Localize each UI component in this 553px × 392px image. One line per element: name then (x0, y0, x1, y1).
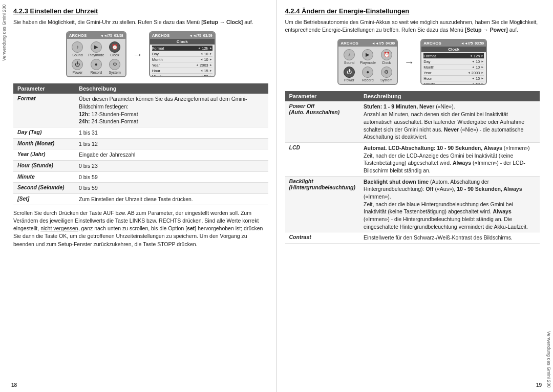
right-device2: ARCHOS ◄◄/75 03:59 Clock Format ◄12h► Da… (420, 39, 487, 85)
table-row: Minute 0 bis 59 (13, 171, 268, 183)
dev-icon-clock-r: ⏰ Clock (378, 49, 395, 64)
param-month: Month (Monat) (13, 138, 75, 149)
right-clock-title: Clock (421, 47, 486, 52)
desc-backlight: Backlight shut down time (Autom. Abschal… (359, 176, 540, 232)
left-intro: Sie haben die Möglichkeit, die Gmini-Uhr… (13, 18, 268, 26)
right-table: Parameter Beschreibung Power Off(Auto. A… (285, 91, 540, 244)
right-clock-row-minute: Minute ◄59► (423, 81, 484, 85)
desc-second: 0 bis 59 (75, 183, 268, 194)
desc-minute: 0 bis 59 (75, 171, 268, 183)
table-row: Month (Monat) 1 bis 12 (13, 138, 268, 149)
sidebar-left-text: Verwendung des Gmini 200 (2, 4, 7, 61)
table-row: Power Off(Auto. Ausschalten) Stufen: 1 -… (285, 101, 540, 142)
dev-icon-playmode-r: ▶ Playmode (359, 49, 376, 64)
dev-icon-record-r: ● Record (359, 66, 376, 82)
sidebar-right: Verwendung des Gmini 200 (545, 0, 553, 392)
dev-icon-record: ● Record (88, 58, 104, 74)
desc-lcd: Automat. LCD-Abschaltung: 10 - 90 Sekund… (359, 142, 540, 176)
table-row: Year (Jahr) Eingabe der Jahreszahl (13, 149, 268, 161)
desc-format: Über diesen Parameter können Sie das Anz… (75, 94, 268, 127)
left-device1-topbar: ARCHOS ◄◄/75 03:58 (67, 32, 125, 39)
param-contrast: Contrast (285, 232, 360, 244)
param-poweroff: Power Off(Auto. Ausschalten) (285, 101, 360, 142)
left-device1-body: ♪ Sound ▶ Playmode ⏰ Clock ⏻ (67, 39, 125, 76)
desc-poweroff: Stufen: 1 - 9 Minuten, Never («Nie»). An… (359, 101, 540, 142)
dev-icon-power: ⏻ Power (69, 58, 86, 74)
clock-row-day: Day ◄10► (152, 51, 212, 57)
param-hour: Hour (Stunde) (13, 161, 75, 172)
clock-row-format: Format ◄12h► (152, 46, 212, 51)
page-number-right: 19 (536, 382, 542, 388)
dev-icon-system-r: ⚙ System (378, 66, 395, 82)
two-columns: 4.2.3 Einstellen der Uhrzeit Sie haben d… (8, 0, 545, 392)
param-year: Year (Jahr) (13, 149, 75, 161)
param-format: Format (13, 94, 75, 127)
dev-icon-clock: ⏰ Clock (106, 41, 123, 57)
param-second: Second (Sekunde) (13, 183, 75, 194)
right-heading: 4.2.4 Ändern der Energie-Einstellungen (285, 7, 540, 15)
sidebar-left: Verwendung des Gmini 200 (0, 0, 8, 392)
left-device2: ARCHOS ◄◄/75 03:59 Clock Format ◄12h► Da… (149, 31, 216, 77)
right-clock-row-hour: Hour ◄15► (423, 76, 484, 81)
right-clock-row-format: Format ◄12h► (423, 53, 484, 59)
left-clock-body: Format ◄12h► Day ◄10► Month ◄10► Year (150, 45, 215, 77)
right-intro: Um die Betriebsautonomie des Gmini-Akkus… (285, 18, 540, 34)
table-row: [Set] Zum Einstellen der Uhrzeit diese T… (13, 194, 268, 205)
table-row: Day (Tag) 1 bis 31 (13, 127, 268, 138)
left-table: Parameter Beschreibung Format Über diese… (13, 83, 268, 205)
main-content: 4.2.3 Einstellen der Uhrzeit Sie haben d… (8, 0, 545, 392)
right-device1: ARCHOS ◄◄/75 04:00 ♪ Sound ▶ Playmode (337, 39, 398, 85)
left-clock-title: Clock (150, 39, 215, 45)
param-day: Day (Tag) (13, 127, 75, 138)
clock-row-year: Year ◄2003► (152, 62, 212, 68)
page-number-left: 18 (11, 382, 17, 388)
param-minute: Minute (13, 171, 75, 183)
desc-year: Eingabe der Jahreszahl (75, 149, 268, 161)
desc-set: Zum Einstellen der Uhrzeit diese Taste d… (75, 194, 268, 205)
param-lcd: LCD (285, 142, 360, 176)
desc-month: 1 bis 12 (75, 138, 268, 149)
dev-icon-sound-r: ♪ Sound (341, 49, 357, 64)
table-row: Format Über diesen Parameter können Sie … (13, 94, 268, 127)
left-table-header-param: Parameter (13, 83, 75, 94)
right-devices-row: ARCHOS ◄◄/75 04:00 ♪ Sound ▶ Playmode (285, 39, 540, 85)
arrow-left: → (133, 49, 143, 60)
table-row: Backlight(Hintergrundbeleuchtung) Backli… (285, 176, 540, 232)
left-devices-row: ARCHOS ◄◄/75 03:58 ♪ Sound ▶ Playmode (13, 31, 268, 77)
param-set: [Set] (13, 194, 75, 205)
right-table-header-param: Parameter (285, 91, 360, 101)
table-row: Hour (Stunde) 0 bis 23 (13, 161, 268, 172)
right-column: 4.2.4 Ändern der Energie-Einstellungen U… (277, 0, 545, 392)
right-device1-body: ♪ Sound ▶ Playmode ⏰ Clock ⏻ (338, 47, 397, 84)
right-clock-row-year: Year ◄2003► (423, 70, 484, 76)
right-clock-row-month: Month ◄10► (423, 64, 484, 70)
right-device1-topbar: ARCHOS ◄◄/75 04:00 (338, 40, 397, 47)
table-row: Contrast Einstellwerte für den Schwarz-/… (285, 232, 540, 244)
table-row: LCD Automat. LCD-Abschaltung: 10 - 90 Se… (285, 142, 540, 176)
right-clock-body: Format ◄12h► Day ◄10► Month ◄10► Year (421, 52, 486, 85)
desc-hour: 0 bis 23 (75, 161, 268, 172)
left-heading: 4.2.3 Einstellen der Uhrzeit (13, 7, 268, 15)
left-bottom-note: Scrollen Sie durch Drücken der Taste AUF… (13, 209, 268, 248)
dev-icon-sound: ♪ Sound (69, 41, 86, 57)
dev-icon-playmode: ▶ Playmode (88, 41, 104, 57)
right-device2-topbar: ARCHOS ◄◄/75 03:59 (421, 40, 486, 47)
dev-icon-power-r: ⏻ Power (341, 66, 357, 82)
desc-day: 1 bis 31 (75, 127, 268, 138)
dev-icon-system: ⚙ System (106, 58, 123, 74)
sidebar-right-text: Verwendung des Gmini 200 (546, 331, 551, 388)
left-device1: ARCHOS ◄◄/75 03:58 ♪ Sound ▶ Playmode (66, 31, 126, 77)
left-column: 4.2.3 Einstellen der Uhrzeit Sie haben d… (8, 0, 277, 392)
right-clock-row-day: Day ◄10► (423, 59, 484, 64)
left-device2-topbar: ARCHOS ◄◄/75 03:59 (150, 32, 215, 39)
desc-contrast: Einstellwerte für den Schwarz-/Weiß-Kont… (359, 232, 540, 244)
left-table-header-desc: Beschreibung (75, 83, 268, 94)
right-table-header-desc: Beschreibung (359, 91, 540, 101)
param-backlight: Backlight(Hintergrundbeleuchtung) (285, 176, 360, 232)
clock-row-minute: Minute ◄58► (152, 74, 212, 77)
arrow-right: → (404, 56, 414, 68)
table-row: Second (Sekunde) 0 bis 59 (13, 183, 268, 194)
clock-row-hour: Hour ◄15► (152, 68, 212, 74)
clock-row-month: Month ◄10► (152, 57, 212, 62)
